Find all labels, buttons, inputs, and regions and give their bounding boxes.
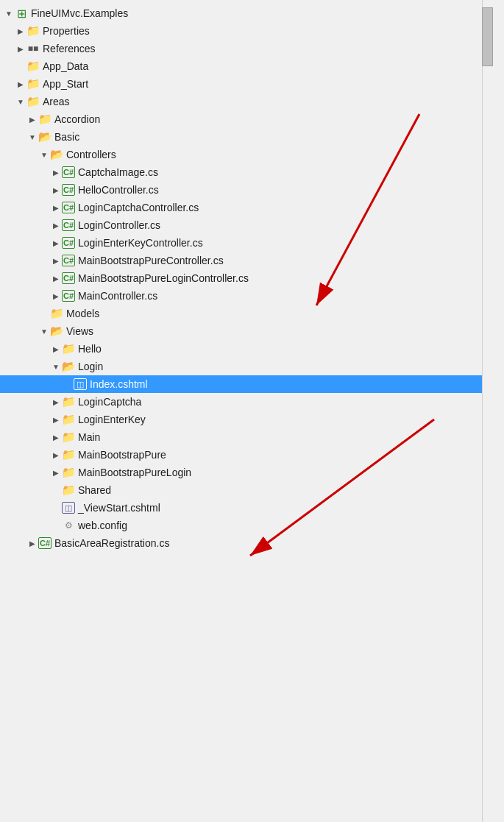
- expand-button[interactable]: ▶: [26, 537, 38, 549]
- expand-button[interactable]: ▶: [50, 166, 62, 178]
- tree-item-login-folder[interactable]: ▼ 📂 Login: [0, 358, 493, 375]
- folder-icon: 📁: [50, 307, 63, 320]
- tree-item-models[interactable]: 📁 Models: [0, 305, 493, 322]
- tree-item-main-folder[interactable]: ▶ 📁 Main: [0, 428, 493, 446]
- item-label: HelloController.cs: [78, 184, 159, 196]
- folder-icon: 📁: [62, 483, 75, 497]
- expand-placeholder: [50, 502, 62, 514]
- csharp-icon: C#: [62, 255, 75, 266]
- item-label: BasicAreaRegistration.cs: [54, 537, 169, 549]
- tree-item-mainbootstrappurecontroller[interactable]: ▶ C# MainBootstrapPureController.cs: [0, 252, 493, 269]
- tree-view: ▼ ⊞ FineUIMvc.Examples ▶ 📁 Properties ▶ …: [0, 4, 493, 552]
- item-label: Main: [78, 431, 100, 443]
- item-label: LoginEnterKeyController.cs: [78, 237, 203, 249]
- collapse-button[interactable]: ▼: [3, 7, 15, 19]
- item-label: Properties: [43, 25, 90, 37]
- item-label: MainController.cs: [78, 290, 157, 302]
- expand-button[interactable]: ▶: [50, 414, 62, 425]
- tree-item-webconfig[interactable]: ⚙ web.config: [0, 517, 493, 534]
- tree-item-index-cshtml[interactable]: ◫ Index.cshtml: [0, 375, 493, 393]
- expand-placeholder: [50, 484, 62, 496]
- expand-button[interactable]: ▶: [50, 343, 62, 355]
- tree-item-areas[interactable]: ▼ 📁 Areas: [0, 93, 493, 110]
- expand-button[interactable]: ▶: [15, 25, 26, 37]
- collapse-button[interactable]: ▼: [38, 149, 50, 160]
- expand-button[interactable]: ▶: [50, 219, 62, 231]
- folder-icon: 📁: [26, 95, 40, 108]
- tree-item-properties[interactable]: ▶ 📁 Properties: [0, 22, 493, 40]
- tree-item-logincaptcha-folder[interactable]: ▶ 📁 LoginCaptcha: [0, 393, 493, 411]
- expand-button[interactable]: ▶: [15, 43, 26, 54]
- collapse-button[interactable]: ▼: [50, 361, 62, 372]
- folder-icon: 📁: [62, 466, 75, 479]
- expand-button[interactable]: ▶: [26, 113, 38, 125]
- expand-button[interactable]: ▶: [50, 237, 62, 249]
- tree-item-references[interactable]: ▶ ■■ References: [0, 40, 493, 57]
- tree-item-basic[interactable]: ▼ 📂 Basic: [0, 128, 493, 146]
- solution-explorer: ▼ ⊞ FineUIMvc.Examples ▶ 📁 Properties ▶ …: [0, 0, 493, 822]
- item-label: MainBootstrapPureController.cs: [78, 255, 224, 266]
- tree-item-mainbootstrappurelogincontroller[interactable]: ▶ C# MainBootstrapPureLoginController.cs: [0, 269, 493, 287]
- folder-open-icon: 📂: [50, 148, 63, 161]
- item-label: _ViewStart.cshtml: [78, 502, 160, 514]
- expand-button[interactable]: ▶: [50, 255, 62, 266]
- references-icon: ■■: [26, 42, 40, 55]
- collapse-button[interactable]: ▼: [26, 131, 38, 143]
- expand-button[interactable]: ▶: [50, 396, 62, 408]
- tree-item-logincontroller[interactable]: ▶ C# LoginController.cs: [0, 216, 493, 234]
- folder-icon: 📁: [62, 413, 75, 426]
- scrollbar[interactable]: [482, 0, 493, 822]
- tree-item-hellocontroller[interactable]: ▶ C# HelloController.cs: [0, 181, 493, 199]
- collapse-button[interactable]: ▼: [15, 96, 26, 107]
- csharp-icon: C#: [62, 184, 75, 196]
- expand-button[interactable]: ▶: [50, 431, 62, 443]
- item-label: MainBootstrapPureLoginController.cs: [78, 272, 249, 284]
- tree-item-loginenterkeycontroller[interactable]: ▶ C# LoginEnterKeyController.cs: [0, 234, 493, 252]
- tree-item-mainbootstrappure-folder[interactable]: ▶ 📁 MainBootstrapPure: [0, 446, 493, 464]
- expand-button[interactable]: ▶: [50, 272, 62, 284]
- expand-button[interactable]: ▶: [50, 449, 62, 461]
- tree-item-shared-folder[interactable]: 📁 Shared: [0, 481, 493, 499]
- tree-item-loginenterkey-folder[interactable]: ▶ 📁 LoginEnterKey: [0, 411, 493, 428]
- tree-item-fineui-root[interactable]: ▼ ⊞ FineUIMvc.Examples: [0, 4, 493, 22]
- expand-button[interactable]: ▶: [15, 78, 26, 90]
- expand-button[interactable]: ▶: [50, 290, 62, 302]
- expand-button[interactable]: ▶: [50, 184, 62, 196]
- expand-placeholder: [15, 60, 26, 72]
- tree-item-mainbootstrappurelogin-folder[interactable]: ▶ 📁 MainBootstrapPureLogin: [0, 464, 493, 481]
- webconfig-icon: ⚙: [62, 519, 75, 532]
- expand-button[interactable]: ▶: [50, 467, 62, 478]
- tree-item-logincaptchacontroller[interactable]: ▶ C# LoginCaptchaController.cs: [0, 199, 493, 216]
- scrollbar-thumb[interactable]: [482, 7, 493, 66]
- folder-icon: 📁: [62, 342, 75, 355]
- tree-item-captchaimage[interactable]: ▶ C# CaptchaImage.cs: [0, 163, 493, 181]
- item-label: Controllers: [66, 149, 116, 160]
- csharp-icon: C#: [62, 166, 75, 178]
- tree-item-views[interactable]: ▼ 📂 Views: [0, 322, 493, 340]
- tree-item-basicarearegistration[interactable]: ▶ C# BasicAreaRegistration.cs: [0, 534, 493, 552]
- item-label: References: [43, 43, 96, 54]
- item-label: Basic: [54, 131, 79, 143]
- tree-item-app-data[interactable]: 📁 App_Data: [0, 57, 493, 75]
- expand-button[interactable]: ▶: [50, 202, 62, 213]
- item-label: MainBootstrapPure: [78, 449, 166, 461]
- tree-item-hello-folder[interactable]: ▶ 📁 Hello: [0, 340, 493, 358]
- item-label: FineUIMvc.Examples: [31, 7, 128, 19]
- folder-open-icon: 📂: [38, 130, 52, 144]
- project-icon: ⊞: [15, 7, 28, 20]
- tree-item-viewstart[interactable]: ◫ _ViewStart.cshtml: [0, 499, 493, 517]
- folder-icon: 📁: [62, 395, 75, 408]
- item-label: Index.cshtml: [90, 378, 148, 390]
- collapse-button[interactable]: ▼: [38, 325, 50, 337]
- item-label: Accordion: [54, 113, 100, 125]
- item-label: Areas: [43, 96, 70, 107]
- item-label: LoginCaptchaController.cs: [78, 202, 199, 213]
- item-label: CaptchaImage.cs: [78, 166, 158, 178]
- item-label: Hello: [78, 343, 102, 355]
- csharp-icon: C#: [62, 290, 75, 302]
- tree-item-maincontroller[interactable]: ▶ C# MainController.cs: [0, 287, 493, 305]
- folder-icon: 📁: [26, 24, 40, 38]
- tree-item-controllers[interactable]: ▼ 📂 Controllers: [0, 146, 493, 163]
- tree-item-app-start[interactable]: ▶ 📁 App_Start: [0, 75, 493, 93]
- tree-item-accordion[interactable]: ▶ 📁 Accordion: [0, 110, 493, 128]
